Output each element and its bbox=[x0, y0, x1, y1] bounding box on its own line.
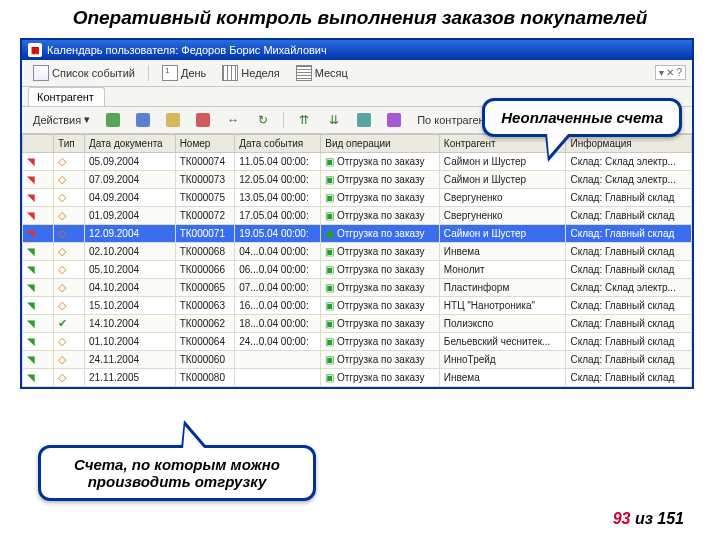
op-cell: ▣ Отгрузка по заказу bbox=[321, 296, 440, 314]
num-cell: ТК000064 bbox=[175, 332, 235, 350]
type-cell: ◇ bbox=[54, 296, 85, 314]
type-cell: ◇ bbox=[54, 278, 85, 296]
info-cell: Склад: Главный склад bbox=[566, 188, 692, 206]
toolbar-icon-1[interactable] bbox=[101, 111, 125, 129]
mark-cell: ◥ bbox=[23, 368, 54, 386]
search-clear-icon[interactable]: ✕ bbox=[666, 67, 674, 78]
search-help-icon[interactable]: ? bbox=[676, 67, 682, 78]
event-cell: 06...0.04 00:00: bbox=[235, 260, 321, 278]
actions-label: Действия bbox=[33, 114, 81, 126]
table-row[interactable]: ◥◇21.11.2005ТК000080▣ Отгрузка по заказу… bbox=[23, 368, 692, 386]
app-window: ▦ Календарь пользователя: Федоров Борис … bbox=[20, 38, 694, 389]
num-cell: ТК000072 bbox=[175, 206, 235, 224]
agent-cell: Свергуненко bbox=[439, 206, 566, 224]
toolbar-icon-6[interactable]: ↻ bbox=[251, 111, 275, 129]
box-icon: ▣ bbox=[325, 156, 334, 167]
col-event-date[interactable]: Дата события bbox=[235, 134, 321, 152]
week-view-button[interactable]: Неделя bbox=[217, 63, 284, 83]
actions-dropdown[interactable]: Действия ▾ bbox=[28, 111, 95, 128]
agent-cell: Инвема bbox=[439, 242, 566, 260]
col-doc-date[interactable]: Дата документа bbox=[85, 134, 176, 152]
mark-cell: ◥ bbox=[23, 278, 54, 296]
window-title: Календарь пользователя: Федоров Борис Ми… bbox=[47, 44, 327, 56]
info-cell: Склад: Главный склад bbox=[566, 260, 692, 278]
toolbar-icon-4[interactable] bbox=[191, 111, 215, 129]
month-view-button[interactable]: Месяц bbox=[291, 63, 353, 83]
toolbar-icon-3[interactable] bbox=[161, 111, 185, 129]
info-cell: Склад: Главный склад bbox=[566, 242, 692, 260]
search-dropdown-icon[interactable]: ▾ bbox=[659, 67, 664, 78]
op-cell: ▣ Отгрузка по заказу bbox=[321, 314, 440, 332]
slide-sep: из bbox=[630, 510, 657, 527]
separator bbox=[148, 65, 149, 81]
toolbar-icon-5[interactable]: ↔ bbox=[221, 111, 245, 129]
mark-cell: ◥ bbox=[23, 188, 54, 206]
agent-cell: ИнноТрейд bbox=[439, 350, 566, 368]
type-cell: ◇ bbox=[54, 188, 85, 206]
slide-total: 151 bbox=[657, 510, 684, 527]
search-box[interactable]: ▾ ✕ ? bbox=[655, 65, 686, 80]
box-icon: ▣ bbox=[325, 174, 334, 185]
agent-cell: Свергуненко bbox=[439, 188, 566, 206]
table-row[interactable]: ◥◇01.10.2004ТК00006424...0.04 00:00:▣ От… bbox=[23, 332, 692, 350]
agent-cell: Инвема bbox=[439, 368, 566, 386]
num-cell: ТК000080 bbox=[175, 368, 235, 386]
copy-icon bbox=[166, 113, 180, 127]
agent-cell: Монолит bbox=[439, 260, 566, 278]
day-view-button[interactable]: День bbox=[157, 63, 211, 83]
event-cell: 18...0.04 00:00: bbox=[235, 314, 321, 332]
op-cell: ▣ Отгрузка по заказу bbox=[321, 332, 440, 350]
col-operation[interactable]: Вид операции bbox=[321, 134, 440, 152]
info-cell: Склад: Склад электр... bbox=[566, 278, 692, 296]
events-list-button[interactable]: Список событий bbox=[28, 63, 140, 83]
date-cell: 07.09.2004 bbox=[85, 170, 176, 188]
refresh-icon: ↻ bbox=[256, 113, 270, 127]
table-row[interactable]: ◥◇04.09.2004ТК00007513.05.04 00:00:▣ Отг… bbox=[23, 188, 692, 206]
table-row[interactable]: ◥◇05.10.2004ТК00006606...0.04 00:00:▣ От… bbox=[23, 260, 692, 278]
separator bbox=[283, 112, 284, 128]
flag-icon: ◥ bbox=[27, 228, 35, 239]
toolbar-icon-8[interactable]: ⇊ bbox=[322, 111, 346, 129]
date-cell: 02.10.2004 bbox=[85, 242, 176, 260]
col-type[interactable]: Тип bbox=[54, 134, 85, 152]
mark-cell: ◥ bbox=[23, 206, 54, 224]
table-row[interactable]: ◥◇02.10.2004ТК00006804...0.04 00:00:▣ От… bbox=[23, 242, 692, 260]
box-icon: ▣ bbox=[325, 264, 334, 275]
col-number[interactable]: Номер bbox=[175, 134, 235, 152]
agent-cell: Саймон и Шустер bbox=[439, 224, 566, 242]
chevron-down-icon: ▾ bbox=[84, 113, 90, 126]
box-icon: ▣ bbox=[325, 354, 334, 365]
op-cell: ▣ Отгрузка по заказу bbox=[321, 278, 440, 296]
toolbar-icon-2[interactable] bbox=[131, 111, 155, 129]
table-row[interactable]: ◥✔14.10.2004ТК00006218...0.04 00:00:▣ От… bbox=[23, 314, 692, 332]
toolbar-icon-10[interactable] bbox=[382, 111, 406, 129]
toolbar-icon-7[interactable]: ⇈ bbox=[292, 111, 316, 129]
tab-counterparty[interactable]: Контрагент bbox=[28, 87, 105, 106]
table-row[interactable]: ◥◇01.09.2004ТК00007217.05.04 00:00:▣ Отг… bbox=[23, 206, 692, 224]
calendar-icon: ▦ bbox=[28, 43, 42, 57]
table-row[interactable]: ◥◇07.09.2004ТК00007312.05.04 00:00:▣ Отг… bbox=[23, 170, 692, 188]
table-row[interactable]: ◥◇04.10.2004ТК00006507...0.04 00:00:▣ От… bbox=[23, 278, 692, 296]
diamond-icon: ◇ bbox=[58, 299, 66, 311]
op-cell: ▣ Отгрузка по заказу bbox=[321, 206, 440, 224]
event-cell: 17.05.04 00:00: bbox=[235, 206, 321, 224]
col-mark[interactable] bbox=[23, 134, 54, 152]
type-cell: ◇ bbox=[54, 332, 85, 350]
table-row[interactable]: ◥◇12.09.2004ТК00007119.05.04 00:00:▣ Отг… bbox=[23, 224, 692, 242]
flag-icon: ◥ bbox=[27, 246, 35, 257]
table-row[interactable]: ◥◇05.09.2004ТК00007411.05.04 00:00:▣ Отг… bbox=[23, 152, 692, 170]
event-cell: 24...0.04 00:00: bbox=[235, 332, 321, 350]
info-cell: Склад: Склад электр... bbox=[566, 170, 692, 188]
table-row[interactable]: ◥◇15.10.2004ТК00006316...0.04 00:00:▣ От… bbox=[23, 296, 692, 314]
add-icon bbox=[106, 113, 120, 127]
slide-number: 93 bbox=[613, 510, 631, 527]
diamond-icon: ◇ bbox=[58, 263, 66, 275]
date-cell: 12.09.2004 bbox=[85, 224, 176, 242]
info-cell: Склад: Главный склад bbox=[566, 368, 692, 386]
type-cell: ◇ bbox=[54, 224, 85, 242]
date-cell: 01.10.2004 bbox=[85, 332, 176, 350]
table-row[interactable]: ◥◇24.11.2004ТК000060▣ Отгрузка по заказу… bbox=[23, 350, 692, 368]
flag-icon: ◥ bbox=[27, 264, 35, 275]
toolbar-icon-9[interactable] bbox=[352, 111, 376, 129]
info-cell: Склад: Главный склад bbox=[566, 350, 692, 368]
